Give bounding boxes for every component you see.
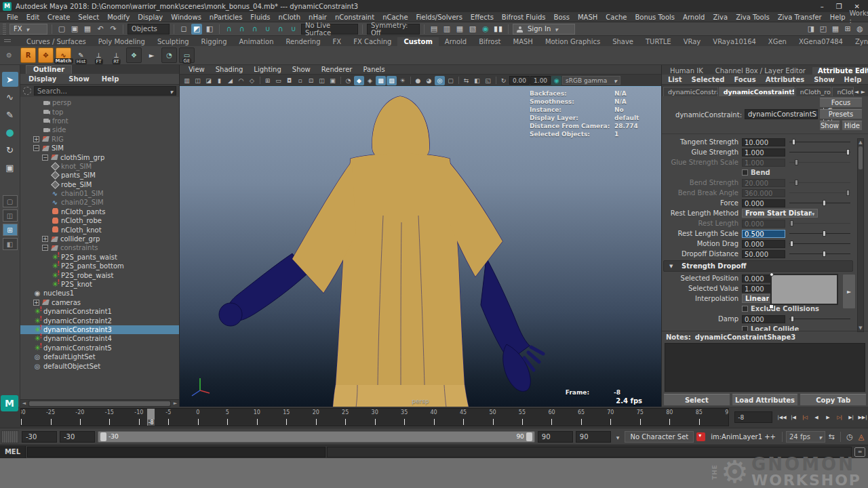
presets-button[interactable]: Presets — [819, 109, 863, 119]
attribute-value-field[interactable]: 0.000 — [742, 220, 785, 228]
menu-item[interactable]: MASH — [574, 14, 601, 21]
menu-item[interactable]: Create — [43, 14, 74, 21]
viewport-tool-icon[interactable]: ◫ — [317, 76, 327, 85]
symmetry-dropdown[interactable]: Symmetry: Off — [367, 24, 420, 35]
attribute-editor-menu-item[interactable]: Selected — [687, 76, 730, 83]
tool-button[interactable]: ✎ — [2, 107, 18, 122]
show-button[interactable]: Show — [819, 121, 840, 131]
shelf-tab[interactable]: Sculpting — [151, 37, 195, 46]
shelf-tab[interactable]: VRay — [677, 37, 707, 46]
render-icon[interactable]: ▥ — [441, 24, 452, 35]
panel-toggle-icon[interactable]: ◨ — [806, 24, 816, 35]
outliner-item[interactable]: P2S_knot — [20, 280, 179, 289]
menu-item[interactable]: nParticles — [205, 14, 247, 21]
ramp-handle[interactable] — [770, 272, 774, 277]
viewport-tool-icon[interactable]: ◪ — [203, 76, 214, 85]
viewport-tool-icon[interactable] — [494, 76, 498, 85]
viewport-tool-icon[interactable]: ▥ — [182, 76, 192, 85]
viewport-tool-icon[interactable]: ◕ — [424, 76, 434, 85]
outliner-item[interactable]: constraints — [20, 243, 179, 252]
outliner-item[interactable]: chain01_SIM — [20, 189, 179, 198]
attribute-value-field[interactable]: 360.000 — [742, 189, 785, 197]
layout-button[interactable]: ◫ — [3, 209, 18, 222]
hide-button[interactable]: Hide — [842, 121, 863, 131]
panel-toggle-icon[interactable]: ⊞ — [842, 24, 853, 35]
outliner-item[interactable]: persp — [20, 98, 179, 107]
outliner-item[interactable]: nucleus1 — [20, 289, 179, 298]
snap-icon[interactable]: ∩ — [250, 24, 260, 35]
selection-mask-icon[interactable]: ◻ — [178, 24, 189, 35]
grip-handle[interactable] — [3, 24, 6, 35]
expand-toggle-icon[interactable] — [33, 136, 39, 142]
shelf-button[interactable]: ✥ — [38, 47, 54, 63]
menu-item[interactable]: nHair — [304, 14, 331, 21]
shelf-tab[interactable]: Motion Graphics — [539, 37, 606, 46]
shelf-button[interactable]: ∿Match — [56, 47, 71, 63]
tool-button[interactable]: ● — [2, 125, 18, 140]
attribute-editor-menu-item[interactable]: List — [663, 76, 687, 83]
menu-item[interactable]: Modify — [103, 14, 134, 21]
footer-button[interactable]: Select — [663, 394, 730, 406]
viewport-tool-icon[interactable] — [258, 76, 262, 85]
scroll-left-icon[interactable]: ◄ — [20, 400, 28, 407]
viewport-menu-item[interactable]: Renderer — [317, 66, 357, 73]
viewport-tool-icon[interactable]: ◱ — [483, 76, 493, 85]
viewport-menu-item[interactable]: Show — [288, 66, 315, 73]
tool-button[interactable]: ▣ — [2, 160, 18, 175]
outliner-item[interactable]: dynamicConstraint2 — [20, 316, 179, 325]
viewport-tool-icon[interactable]: ◔ — [343, 76, 353, 85]
fps-dropdown[interactable]: 24 fps — [786, 431, 825, 443]
attribute-slider[interactable] — [789, 220, 850, 226]
layout-button[interactable]: ⊞ — [3, 224, 18, 236]
minimize-button[interactable]: – — [821, 3, 824, 10]
file-tool-icon[interactable]: ↷ — [108, 24, 119, 35]
selection-mask-icon[interactable]: ◧ — [204, 24, 215, 35]
tool-button[interactable]: ➤ — [2, 72, 18, 87]
viewport-tool-icon[interactable]: ◈ — [365, 76, 375, 85]
editor-tab[interactable]: Channel Box / Layer Editor — [710, 67, 811, 75]
viewport-tool-icon[interactable]: ⊞ — [262, 76, 273, 85]
animation-end-field[interactable]: 90 — [576, 431, 611, 443]
attribute-checkbox[interactable] — [742, 326, 748, 331]
live-surface-field[interactable]: No Live Surface — [301, 24, 358, 35]
attribute-value-field[interactable]: 50.000 — [742, 250, 785, 258]
shelf-tab[interactable]: Rendering — [279, 37, 326, 46]
menu-item[interactable]: Boss — [550, 14, 574, 21]
attribute-slider[interactable] — [789, 139, 850, 145]
footer-button[interactable]: Load Attributes — [732, 394, 799, 406]
viewport-tool-icon[interactable]: ⇆ — [461, 76, 471, 85]
menu-item[interactable]: Ziva Transfer — [774, 14, 826, 21]
attribute-editor-menu-item[interactable]: Show — [809, 76, 839, 83]
attribute-slider[interactable] — [789, 200, 850, 206]
slider-handle[interactable] — [791, 316, 794, 322]
menu-item[interactable]: Cache — [601, 14, 631, 21]
ramp-handle[interactable] — [769, 304, 774, 309]
menu-item[interactable]: Edit — [22, 14, 43, 21]
viewport-tool-icon[interactable]: ▢ — [446, 76, 456, 85]
viewport-tool-icon[interactable]: ▨ — [387, 76, 397, 85]
attribute-slider[interactable] — [789, 251, 850, 257]
panel-toggle-icon[interactable]: ▦ — [830, 24, 841, 35]
transport-button[interactable]: |◁ — [800, 411, 810, 423]
snap-icon[interactable]: ∩ — [224, 24, 235, 35]
slider-handle[interactable] — [823, 200, 826, 206]
outliner-item[interactable]: robe_SIM — [20, 180, 179, 189]
viewport-tool-icon[interactable]: ◢ — [225, 76, 235, 85]
viewport-3d-view[interactable]: Backfaces: N/A Smoothness: N/A Instance:… — [180, 86, 661, 407]
attribute-value-field[interactable]: 20.000 — [742, 179, 785, 187]
node-tab[interactable]: nCloth_robe — [795, 87, 832, 96]
shelf-button[interactable]: ▭GE — [179, 47, 195, 63]
outliner-item[interactable]: P2S_pants_bottom — [20, 262, 179, 270]
selection-mode-dropdown[interactable]: Objects — [127, 24, 170, 35]
shelf-tab[interactable]: Zync — [849, 37, 868, 46]
section-collapse-icon[interactable]: ▼ — [669, 264, 673, 269]
node-name-field[interactable]: dynamicConstraintShape3 — [745, 109, 818, 119]
shelf-button[interactable]: ❖ — [126, 47, 142, 63]
shelf-tab[interactable]: Shave — [606, 37, 639, 46]
attribute-editor-menu-item[interactable]: Help — [840, 76, 867, 83]
range-slider-bar[interactable]: -30 90 — [98, 431, 535, 443]
outliner-item[interactable]: side — [20, 125, 179, 134]
outliner-item[interactable]: top — [20, 107, 179, 116]
shelf-tab[interactable]: MASH — [507, 37, 539, 46]
command-input[interactable] — [27, 447, 326, 458]
